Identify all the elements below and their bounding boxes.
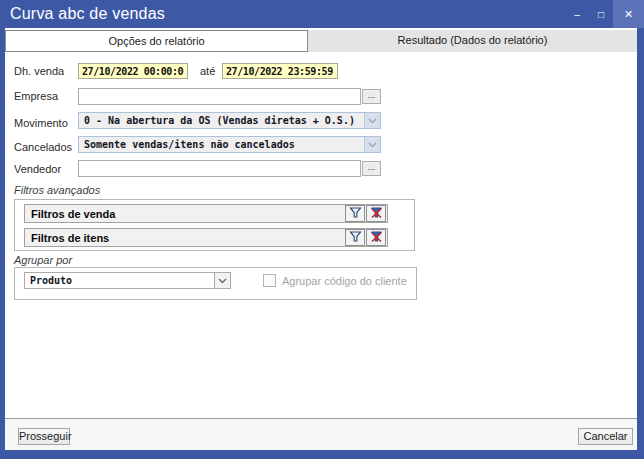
cancelados-select[interactable]: Somente vendas/itens não cancelados — [78, 136, 381, 153]
funnel-icon — [349, 205, 362, 223]
filtros-de-venda-bar[interactable]: Filtros de venda — [24, 204, 388, 223]
dh-venda-from-input[interactable] — [78, 63, 188, 79]
cancelados-selected-value: Somente vendas/itens não cancelados — [79, 139, 364, 150]
filter-venda-button[interactable] — [345, 205, 365, 222]
empresa-label: Empresa — [14, 90, 58, 102]
titlebar: Curva abc de vendas – □ ✕ — [0, 0, 644, 28]
agrupar-por-selected-value: Produto — [25, 275, 214, 286]
vendedor-label: Vendedor — [14, 163, 61, 175]
chevron-down-icon — [364, 137, 380, 152]
movimento-label: Movimento — [14, 117, 68, 129]
app-window: Curva abc de vendas – □ ✕ Opções do rela… — [0, 0, 644, 459]
filter-itens-button[interactable] — [345, 229, 365, 246]
movimento-select[interactable]: 0 - Na abertura da OS (Vendas diretas + … — [78, 112, 381, 129]
chevron-down-icon — [364, 113, 380, 128]
agrupar-codigo-cliente-checkbox[interactable] — [263, 274, 276, 287]
chevron-down-icon — [214, 273, 230, 288]
window-content: Opções do relatório Resultado (Dados do … — [5, 28, 637, 450]
maximize-button[interactable]: □ — [589, 0, 613, 28]
prosseguir-button[interactable]: Prosseguir — [18, 428, 70, 445]
filtros-de-itens-label: Filtros de itens — [25, 232, 345, 244]
maximize-icon: □ — [598, 9, 604, 20]
dh-venda-to-input[interactable] — [222, 63, 338, 79]
filtros-de-venda-label: Filtros de venda — [25, 208, 345, 220]
cancelados-label: Cancelados — [14, 141, 72, 153]
close-icon: ✕ — [624, 8, 633, 21]
agrupar-codigo-cliente-label: Agrupar código do cliente — [282, 275, 407, 287]
footer — [5, 419, 637, 450]
funnel-clear-icon — [370, 229, 383, 247]
agrupar-por-label: Agrupar por — [14, 254, 72, 266]
filtros-avancados-label: Filtros avançados — [14, 184, 100, 196]
movimento-selected-value: 0 - Na abertura da OS (Vendas diretas + … — [79, 115, 364, 126]
funnel-clear-icon — [370, 205, 383, 223]
close-button[interactable]: ✕ — [613, 0, 644, 28]
clear-filter-itens-button[interactable] — [366, 229, 386, 246]
funnel-icon — [349, 229, 362, 247]
clear-filter-venda-button[interactable] — [366, 205, 386, 222]
window-controls: – □ ✕ — [565, 0, 644, 28]
dh-venda-label: Dh. venda — [14, 65, 64, 77]
vendedor-input[interactable] — [78, 160, 361, 177]
vendedor-browse-button[interactable]: ... — [362, 161, 381, 176]
tab-opcoes-do-relatorio[interactable]: Opções do relatório — [5, 30, 308, 52]
window-title: Curva abc de vendas — [0, 5, 165, 23]
cancelar-button[interactable]: Cancelar — [578, 428, 633, 445]
empresa-input[interactable] — [78, 88, 361, 105]
minimize-icon: – — [574, 9, 580, 20]
ate-label: até — [200, 65, 215, 77]
tab-resultado[interactable]: Resultado (Dados do relatório) — [308, 30, 637, 52]
empresa-browse-button[interactable]: ... — [362, 89, 381, 104]
filtros-de-itens-bar[interactable]: Filtros de itens — [24, 228, 388, 247]
minimize-button[interactable]: – — [565, 0, 589, 28]
agrupar-por-select[interactable]: Produto — [24, 272, 231, 289]
